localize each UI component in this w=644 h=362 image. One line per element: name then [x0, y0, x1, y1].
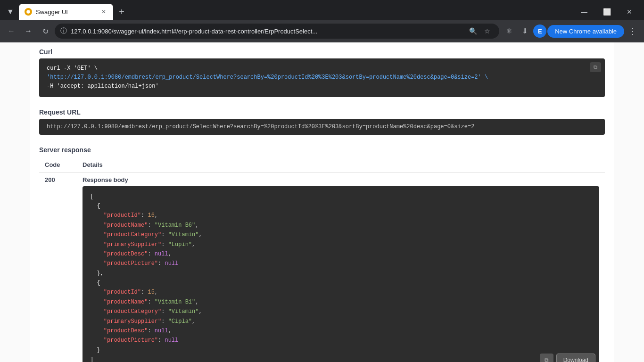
security-icon: ⓘ: [60, 27, 67, 35]
server-response-table: Code Details 200 Response body [ { "prod…: [39, 157, 605, 362]
window-controls: — ⬜ ✕: [573, 4, 644, 19]
url-text: 127.0.0.1:9080/swagger-ui/index.html#/er…: [71, 28, 462, 35]
tab-title: Swagger UI: [36, 8, 96, 16]
json-response-block: [ { "productId": 16, "productName": "Vit…: [83, 186, 599, 362]
forward-button[interactable]: →: [21, 24, 36, 39]
svg-point-0: [26, 10, 30, 14]
response-body-label: Response body: [83, 176, 599, 183]
response-row: 200 Response body [ { "productId": 16, "…: [39, 172, 605, 362]
request-url-section: Request URL http://127.0.0.1:9080/emdbre…: [39, 103, 605, 135]
back-button[interactable]: ←: [4, 24, 19, 39]
json-download-button[interactable]: Download: [556, 354, 595, 362]
request-url-bar: http://127.0.0.1:9080/emdbrest/erp_produ…: [39, 119, 605, 135]
toolbar-right: ⚛ ⇓ E New Chrome available ⋮: [501, 24, 640, 39]
url-actions: 🔍 ☆: [466, 25, 494, 38]
server-response-label: Server response: [39, 140, 605, 154]
curl-section: Curl curl -X 'GET' \ 'http://127.0.0.1:9…: [39, 42, 605, 97]
download-button[interactable]: ⇓: [517, 24, 532, 39]
new-chrome-button[interactable]: New Chrome available: [547, 25, 624, 38]
reload-button[interactable]: ↻: [38, 24, 53, 39]
address-bar: ← → ↻ ⓘ 127.0.0.1:9080/swagger-ui/index.…: [0, 20, 644, 42]
tab-close-button[interactable]: ✕: [100, 8, 107, 16]
tab-dropdown-button[interactable]: ▼: [4, 5, 17, 18]
more-options-button[interactable]: ⋮: [625, 24, 640, 39]
url-bar[interactable]: ⓘ 127.0.0.1:9080/swagger-ui/index.html#/…: [55, 24, 499, 39]
server-response-section: Server response Code Details 200 Respons…: [39, 140, 605, 362]
response-details: Response body [ { "productId": 16, "prod…: [77, 172, 605, 362]
code-column-header: Code: [39, 157, 77, 173]
curl-copy-button[interactable]: ⧉: [590, 62, 601, 72]
details-column-header: Details: [77, 157, 605, 173]
curl-line1: curl -X 'GET' \: [47, 65, 98, 72]
curl-code-block: curl -X 'GET' \ 'http://127.0.0.1:9080/e…: [39, 58, 605, 97]
page-content: Curl curl -X 'GET' \ 'http://127.0.0.1:9…: [0, 42, 644, 362]
request-url-label: Request URL: [39, 103, 605, 119]
minimize-button[interactable]: —: [573, 4, 595, 19]
close-button[interactable]: ✕: [619, 4, 640, 19]
curl-label: Curl: [39, 42, 605, 58]
json-actions: ⧉ Download: [540, 354, 595, 362]
curl-line3: -H 'accept: application/hal+json': [47, 83, 159, 90]
profile-button[interactable]: E: [533, 25, 546, 38]
new-tab-button[interactable]: +: [115, 5, 128, 18]
maximize-button[interactable]: ⬜: [596, 4, 618, 19]
curl-line2: 'http://127.0.0.1:9080/emdbrest/erp_prod…: [47, 74, 488, 81]
tab-bar: ▼ Swagger UI ✕ + — ⬜ ✕: [0, 0, 644, 20]
bookmark-button[interactable]: ☆: [480, 25, 494, 38]
response-code: 200: [39, 172, 77, 362]
active-tab[interactable]: Swagger UI ✕: [19, 4, 113, 20]
swagger-content: Curl curl -X 'GET' \ 'http://127.0.0.1:9…: [30, 42, 614, 362]
extensions-button[interactable]: ⚛: [501, 24, 516, 39]
browser-frame: ▼ Swagger UI ✕ + — ⬜ ✕ ← → ↻ ⓘ 127.0.0.1…: [0, 0, 644, 42]
json-copy-button[interactable]: ⧉: [540, 354, 553, 362]
tab-favicon: [25, 8, 32, 16]
search-url-button[interactable]: 🔍: [466, 25, 479, 38]
